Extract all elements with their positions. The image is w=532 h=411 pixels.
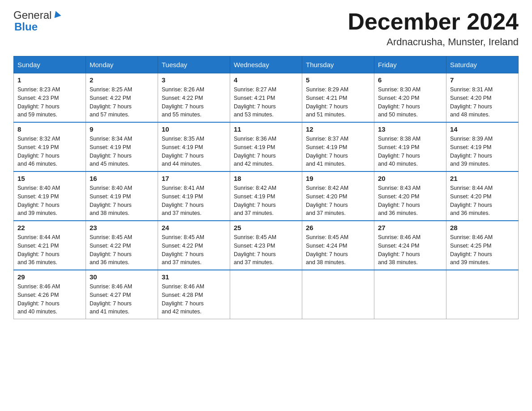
day-number: 26 [306,224,370,231]
logo-triangle-icon [52,10,61,21]
logo-blue-text: Blue [14,21,38,33]
calendar-week-row: 22 Sunrise: 8:44 AMSunset: 4:21 PMDaylig… [14,221,519,270]
day-number: 10 [162,125,226,133]
page-subtitle: Ardnacrusha, Munster, Ireland [348,36,519,48]
day-info: Sunrise: 8:45 AMSunset: 4:22 PMDaylight:… [90,233,154,267]
calendar-cell: 15 Sunrise: 8:40 AMSunset: 4:19 PMDaylig… [14,171,86,221]
day-number: 27 [378,224,442,231]
calendar-table: SundayMondayTuesdayWednesdayThursdayFrid… [13,56,519,319]
day-info: Sunrise: 8:46 AMSunset: 4:27 PMDaylight:… [90,283,154,316]
day-number: 17 [162,175,226,182]
day-number: 12 [306,125,370,133]
calendar-cell: 10 Sunrise: 8:35 AMSunset: 4:19 PMDaylig… [158,122,230,171]
day-number: 4 [234,76,298,84]
calendar-cell: 5 Sunrise: 8:29 AMSunset: 4:21 PMDayligh… [302,73,374,123]
day-info: Sunrise: 8:36 AMSunset: 4:19 PMDaylight:… [234,135,298,168]
logo: General Blue [13,9,61,33]
col-header-wednesday: Wednesday [230,56,302,73]
day-info: Sunrise: 8:30 AMSunset: 4:20 PMDaylight:… [378,86,442,119]
calendar-cell: 18 Sunrise: 8:42 AMSunset: 4:19 PMDaylig… [230,171,302,221]
calendar-cell: 14 Sunrise: 8:39 AMSunset: 4:19 PMDaylig… [446,122,519,171]
day-info: Sunrise: 8:40 AMSunset: 4:19 PMDaylight:… [17,184,82,218]
calendar-cell: 24 Sunrise: 8:45 AMSunset: 4:22 PMDaylig… [158,221,230,270]
day-info: Sunrise: 8:29 AMSunset: 4:21 PMDaylight:… [306,86,370,119]
day-number: 23 [90,224,154,231]
day-info: Sunrise: 8:45 AMSunset: 4:24 PMDaylight:… [306,233,370,267]
col-header-sunday: Sunday [14,56,86,73]
calendar-cell: 12 Sunrise: 8:37 AMSunset: 4:19 PMDaylig… [302,122,374,171]
col-header-tuesday: Tuesday [158,56,230,73]
calendar-cell: 20 Sunrise: 8:43 AMSunset: 4:20 PMDaylig… [374,171,446,221]
calendar-cell: 3 Sunrise: 8:26 AMSunset: 4:22 PMDayligh… [158,73,230,123]
calendar-cell: 25 Sunrise: 8:45 AMSunset: 4:23 PMDaylig… [230,221,302,270]
day-number: 31 [162,273,226,281]
day-info: Sunrise: 8:46 AMSunset: 4:25 PMDaylight:… [450,233,515,267]
day-info: Sunrise: 8:26 AMSunset: 4:22 PMDaylight:… [162,86,226,119]
day-number: 3 [162,76,226,84]
calendar-cell: 16 Sunrise: 8:40 AMSunset: 4:19 PMDaylig… [86,171,158,221]
page-header: General Blue December 2024 Ardnacrusha, … [13,9,519,48]
calendar-week-row: 15 Sunrise: 8:40 AMSunset: 4:19 PMDaylig… [14,171,519,221]
day-number: 8 [17,125,82,133]
calendar-week-row: 1 Sunrise: 8:23 AMSunset: 4:23 PMDayligh… [14,73,519,123]
day-info: Sunrise: 8:46 AMSunset: 4:28 PMDaylight:… [162,283,226,316]
day-info: Sunrise: 8:42 AMSunset: 4:19 PMDaylight:… [234,184,298,218]
day-number: 30 [90,273,154,281]
day-number: 21 [450,175,515,182]
day-number: 11 [234,125,298,133]
day-info: Sunrise: 8:31 AMSunset: 4:20 PMDaylight:… [450,86,515,119]
calendar-cell [230,270,302,319]
col-header-monday: Monday [86,56,158,73]
day-info: Sunrise: 8:39 AMSunset: 4:19 PMDaylight:… [450,135,515,168]
day-info: Sunrise: 8:45 AMSunset: 4:22 PMDaylight:… [162,233,226,267]
day-number: 2 [90,76,154,84]
day-number: 16 [90,175,154,182]
col-header-thursday: Thursday [302,56,374,73]
calendar-week-row: 29 Sunrise: 8:46 AMSunset: 4:26 PMDaylig… [14,270,519,319]
calendar-cell [446,270,519,319]
calendar-cell: 26 Sunrise: 8:45 AMSunset: 4:24 PMDaylig… [302,221,374,270]
day-number: 28 [450,224,515,231]
day-info: Sunrise: 8:46 AMSunset: 4:26 PMDaylight:… [17,283,82,316]
day-info: Sunrise: 8:32 AMSunset: 4:19 PMDaylight:… [17,135,82,168]
day-number: 13 [378,125,442,133]
page-title: December 2024 [348,9,519,34]
calendar-cell: 17 Sunrise: 8:41 AMSunset: 4:19 PMDaylig… [158,171,230,221]
calendar-cell: 6 Sunrise: 8:30 AMSunset: 4:20 PMDayligh… [374,73,446,123]
logo-general-text: General [13,9,51,21]
calendar-cell: 29 Sunrise: 8:46 AMSunset: 4:26 PMDaylig… [14,270,86,319]
day-number: 6 [378,76,442,84]
calendar-cell: 31 Sunrise: 8:46 AMSunset: 4:28 PMDaylig… [158,270,230,319]
calendar-cell [374,270,446,319]
day-number: 18 [234,175,298,182]
calendar-cell: 13 Sunrise: 8:38 AMSunset: 4:19 PMDaylig… [374,122,446,171]
calendar-cell [302,270,374,319]
day-info: Sunrise: 8:23 AMSunset: 4:23 PMDaylight:… [17,86,82,119]
day-info: Sunrise: 8:43 AMSunset: 4:20 PMDaylight:… [378,184,442,218]
calendar-cell: 22 Sunrise: 8:44 AMSunset: 4:21 PMDaylig… [14,221,86,270]
calendar-header-row: SundayMondayTuesdayWednesdayThursdayFrid… [14,56,519,73]
day-number: 20 [378,175,442,182]
day-info: Sunrise: 8:44 AMSunset: 4:21 PMDaylight:… [17,233,82,267]
day-number: 24 [162,224,226,231]
day-info: Sunrise: 8:45 AMSunset: 4:23 PMDaylight:… [234,233,298,267]
day-number: 5 [306,76,370,84]
calendar-cell: 23 Sunrise: 8:45 AMSunset: 4:22 PMDaylig… [86,221,158,270]
day-number: 7 [450,76,515,84]
day-number: 29 [17,273,82,281]
day-info: Sunrise: 8:25 AMSunset: 4:22 PMDaylight:… [90,86,154,119]
calendar-cell: 7 Sunrise: 8:31 AMSunset: 4:20 PMDayligh… [446,73,519,123]
day-info: Sunrise: 8:42 AMSunset: 4:20 PMDaylight:… [306,184,370,218]
day-info: Sunrise: 8:44 AMSunset: 4:20 PMDaylight:… [450,184,515,218]
calendar-cell: 1 Sunrise: 8:23 AMSunset: 4:23 PMDayligh… [14,73,86,123]
calendar-cell: 21 Sunrise: 8:44 AMSunset: 4:20 PMDaylig… [446,171,519,221]
calendar-cell: 4 Sunrise: 8:27 AMSunset: 4:21 PMDayligh… [230,73,302,123]
calendar-cell: 9 Sunrise: 8:34 AMSunset: 4:19 PMDayligh… [86,122,158,171]
calendar-cell: 27 Sunrise: 8:46 AMSunset: 4:24 PMDaylig… [374,221,446,270]
day-info: Sunrise: 8:38 AMSunset: 4:19 PMDaylight:… [378,135,442,168]
calendar-cell: 19 Sunrise: 8:42 AMSunset: 4:20 PMDaylig… [302,171,374,221]
day-number: 1 [17,76,82,84]
day-number: 22 [17,224,82,231]
svg-marker-0 [52,10,61,18]
day-number: 25 [234,224,298,231]
